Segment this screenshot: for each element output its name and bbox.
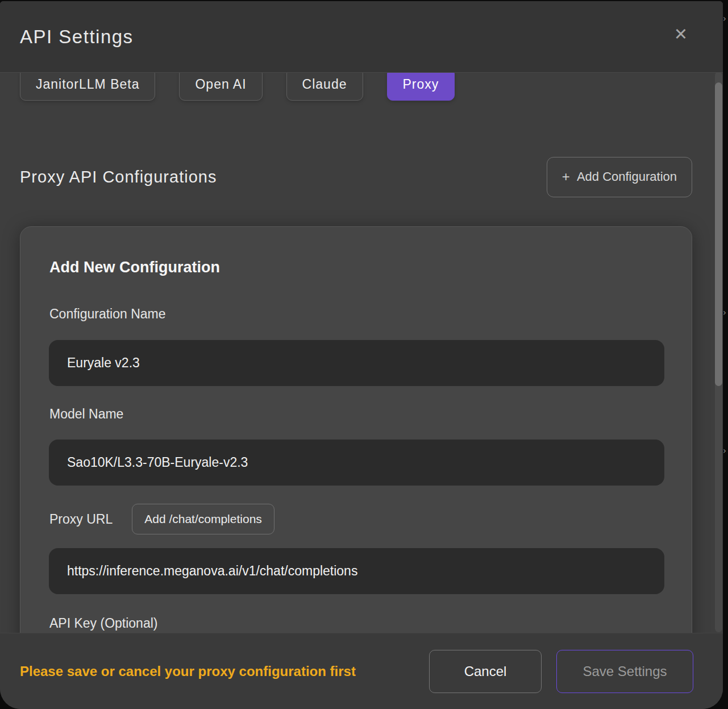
- configuration-name-label: Configuration Name: [49, 306, 166, 322]
- chevron-right-icon: ›: [723, 309, 726, 317]
- tab-janitorllm-beta[interactable]: JanitorLLM Beta: [20, 68, 155, 101]
- tab-claude[interactable]: Claude: [286, 68, 363, 101]
- proxy-config-section-header: Proxy API Configurations + Add Configura…: [20, 156, 692, 198]
- close-icon[interactable]: ✕: [668, 22, 693, 47]
- card-heading: Add New Configuration: [49, 259, 220, 276]
- modal-title: API Settings: [20, 26, 134, 48]
- proxy-url-label: Proxy URL: [49, 512, 113, 527]
- tab-proxy[interactable]: Proxy: [387, 68, 455, 101]
- plus-icon: +: [562, 170, 570, 184]
- add-configuration-button[interactable]: + Add Configuration: [547, 157, 692, 197]
- proxy-url-input[interactable]: [49, 548, 664, 594]
- add-configuration-label: Add Configuration: [577, 169, 677, 184]
- section-heading: Proxy API Configurations: [20, 168, 217, 186]
- proxy-url-row: Proxy URL Add /chat/completions: [49, 503, 274, 535]
- warning-message: Please save or cancel your proxy configu…: [20, 664, 356, 679]
- add-chat-completions-button[interactable]: Add /chat/completions: [132, 504, 274, 534]
- modal-footer: Please save or cancel your proxy configu…: [0, 633, 723, 709]
- cancel-button[interactable]: Cancel: [429, 650, 542, 693]
- api-key-label: API Key (Optional): [49, 616, 157, 631]
- model-name-label: Model Name: [49, 407, 123, 422]
- api-provider-tabs: JanitorLLM Beta Open AI Claude Proxy: [20, 68, 455, 101]
- configuration-name-input[interactable]: [49, 340, 664, 386]
- save-settings-button[interactable]: Save Settings: [556, 650, 693, 693]
- footer-buttons: Cancel Save Settings: [429, 650, 693, 693]
- model-name-input[interactable]: [49, 440, 664, 486]
- modal-header: API Settings ✕: [0, 1, 723, 73]
- chevron-right-icon: ›: [723, 15, 726, 23]
- scrollbar-thumb[interactable]: [715, 82, 722, 386]
- tab-open-ai[interactable]: Open AI: [179, 68, 262, 101]
- api-settings-modal: JanitorLLM Beta Open AI Claude Proxy Pro…: [0, 1, 723, 709]
- scrollbar-track[interactable]: [715, 72, 722, 632]
- chevron-right-icon: ›: [723, 447, 726, 455]
